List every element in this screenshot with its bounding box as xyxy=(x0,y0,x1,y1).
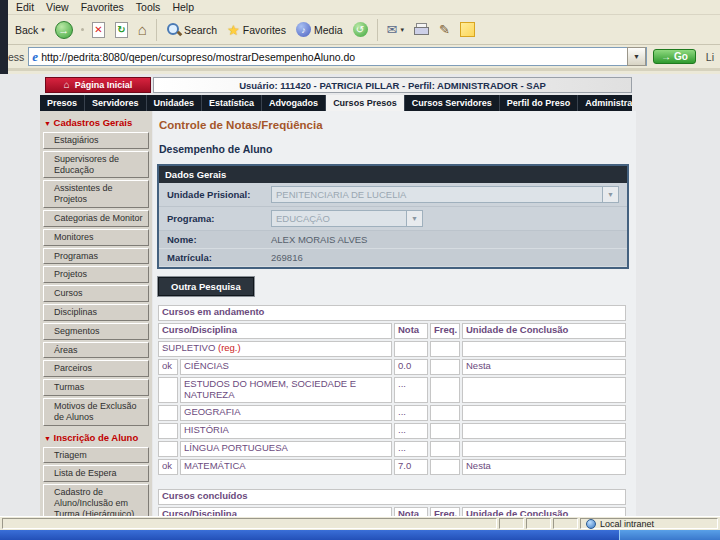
tab-cursos-presos[interactable]: Cursos Presos xyxy=(326,95,405,111)
sidebar-item-estagiarios[interactable]: Estagiários xyxy=(43,132,149,149)
col-header-nota: Nota xyxy=(394,323,428,339)
history-icon: ↺ xyxy=(353,22,368,37)
sidebar-section-title: Cadastros Gerais xyxy=(54,117,133,128)
ok-link xyxy=(158,377,178,403)
sidebar-item-programas[interactable]: Programas xyxy=(43,248,149,265)
media-button[interactable]: ♪ Media xyxy=(291,20,348,39)
unidade-value xyxy=(462,377,626,403)
cursos-concluidos-table: Cursos concluídosCurso/DisciplinaNotaFre… xyxy=(156,487,628,516)
col-header-unidade: Unidade de Conclusão xyxy=(462,507,626,516)
status-pane xyxy=(499,518,524,529)
freq-value xyxy=(430,359,460,375)
sidebar-item-areas[interactable]: Áreas xyxy=(43,342,149,359)
sidebar-section-cadastros-gerais[interactable]: ▼ Cadastros Gerais xyxy=(40,113,152,130)
sidebar-item-lista-de-espera[interactable]: Lista de Espera xyxy=(43,465,149,482)
tab-estatistica[interactable]: Estatística xyxy=(202,95,262,111)
freq-value xyxy=(430,441,460,457)
ok-link xyxy=(158,441,178,457)
sidebar-item-projetos[interactable]: Projetos xyxy=(43,266,149,283)
unidade-value xyxy=(462,405,626,421)
links-label: Li xyxy=(706,51,714,63)
col-header-nota: Nota xyxy=(394,507,428,516)
nota-value: 7.0 xyxy=(394,459,428,475)
menu-favorites[interactable]: Favorites xyxy=(77,1,132,13)
tab-presos[interactable]: Presos xyxy=(40,95,85,111)
sidebar-item-cursos[interactable]: Cursos xyxy=(43,285,149,302)
sidebar-section-title: Inscrição de Aluno xyxy=(54,432,139,443)
course-name-text: SUPLETIVO xyxy=(162,342,218,353)
table-section-title: Cursos concluídos xyxy=(158,489,626,505)
home-button[interactable]: ⌂ xyxy=(133,20,152,39)
refresh-button[interactable]: ↻ xyxy=(110,20,133,40)
sidebar-item-assistentes-de-projetos[interactable]: Assistentes de Projetos xyxy=(43,180,149,208)
sidebar-item-categorias-de-monitor[interactable]: Categorias de Monitor xyxy=(43,210,149,227)
sidebar-item-monitores[interactable]: Monitores xyxy=(43,229,149,246)
menu-view[interactable]: View xyxy=(42,1,77,13)
sidebar-item-supervisores-de-educacao[interactable]: Supervisores de Educação xyxy=(43,151,149,179)
table-row: Curso/DisciplinaNotaFreq.Unidade de Conc… xyxy=(158,507,626,516)
edit-button[interactable]: ✎ xyxy=(434,21,455,38)
tab-administracao-do-sistema[interactable]: Administração do Sistema xyxy=(578,95,632,111)
subject-name: LÍNGUA PORTUGUESA xyxy=(180,441,392,457)
freq-value xyxy=(430,405,460,421)
forward-button[interactable]: → xyxy=(50,19,78,41)
tab-cursos-servidores[interactable]: Cursos Servidores xyxy=(405,95,500,111)
table-row: Curso/DisciplinaNotaFreq.Unidade de Conc… xyxy=(158,323,626,339)
table-row: SUPLETIVO (reg.) xyxy=(158,341,626,357)
stop-button[interactable]: ✕ xyxy=(87,20,110,40)
pagina-inicial-button[interactable]: ⌂ Página Inicial xyxy=(45,77,151,93)
select-value: PENITENCIARIA DE LUCELIA xyxy=(276,189,406,200)
col-header-freq: Freq. xyxy=(430,507,460,516)
ok-link[interactable]: ok xyxy=(158,459,178,475)
search-button[interactable]: Search xyxy=(161,20,222,39)
menu-tools[interactable]: Tools xyxy=(132,1,169,13)
go-button[interactable]: → Go xyxy=(653,49,696,64)
print-button[interactable] xyxy=(409,21,434,38)
col-header-freq: Freq. xyxy=(430,323,460,339)
tab-perfil-do-preso[interactable]: Perfil do Preso xyxy=(500,95,579,111)
tab-advogados[interactable]: Advogados xyxy=(262,95,326,111)
address-dropdown-button[interactable]: ▼ xyxy=(627,47,646,66)
status-bar: Local intranet xyxy=(0,516,720,530)
outra-pesquisa-button[interactable]: Outra Pesquisa xyxy=(158,277,254,296)
sidebar-item-triagem[interactable]: Triagem xyxy=(43,447,149,464)
toolbar-separator xyxy=(156,19,157,41)
mail-button[interactable]: ✉ ▾ xyxy=(382,21,409,38)
ok-link xyxy=(158,405,178,421)
sidebar-item-parceiros[interactable]: Parceiros xyxy=(43,360,149,377)
field-label: Programa: xyxy=(167,213,271,224)
discuss-button[interactable] xyxy=(455,20,480,39)
chevron-down-icon: ▾ xyxy=(400,26,404,34)
status-pane xyxy=(526,518,551,529)
sidebar-item-cadastro-de-aluno-inclusao-em-turma-hierarquico[interactable]: Cadastro de Aluno/Inclusão em Turma (Hie… xyxy=(43,484,149,516)
address-label: ess xyxy=(8,51,28,63)
sidebar-item-motivos-de-exclusao-de-alunos[interactable]: Motivos de Exclusão de Alunos xyxy=(43,398,149,426)
tab-servidores[interactable]: Servidores xyxy=(85,95,147,111)
go-arrow-icon: → xyxy=(661,51,671,62)
page-viewport: ⌂ Página Inicial Usuário: 111420 - PATRI… xyxy=(0,74,720,516)
tab-unidades[interactable]: Unidades xyxy=(147,95,203,111)
nota-value: ... xyxy=(394,423,428,439)
star-icon: ★ xyxy=(227,23,240,37)
field-select-unidade-prisional[interactable]: PENITENCIARIA DE LUCELIA▼ xyxy=(271,186,619,203)
history-button[interactable]: ↺ xyxy=(348,20,373,39)
subject-name: MATEMÁTICA xyxy=(180,459,392,475)
sidebar-section-inscricao-de-aluno[interactable]: ▼ Inscrição de Aluno xyxy=(40,428,152,445)
menu-bar: EditViewFavoritesToolsHelp xyxy=(8,0,720,15)
sidebar-item-segmentos[interactable]: Segmentos xyxy=(43,323,149,340)
security-zone-pane: Local intranet xyxy=(580,518,718,529)
sidebar-item-turmas[interactable]: Turmas xyxy=(43,379,149,396)
sidebar-item-disciplinas[interactable]: Disciplinas xyxy=(43,304,149,321)
menu-edit[interactable]: Edit xyxy=(12,1,42,13)
ok-link[interactable]: ok xyxy=(158,359,178,375)
col-header-curso-disciplina: Curso/Disciplina xyxy=(158,507,392,516)
field-select-programa[interactable]: EDUCAÇÃO▼ xyxy=(271,210,423,227)
address-input[interactable] xyxy=(41,51,627,63)
subject-name: HISTÓRIA xyxy=(180,423,392,439)
back-button[interactable]: Back ▾ xyxy=(10,22,50,38)
menu-help[interactable]: Help xyxy=(168,1,202,13)
table-row: Cursos em andamento xyxy=(158,305,626,321)
taskbar[interactable] xyxy=(0,530,720,540)
nota-value: ... xyxy=(394,405,428,421)
favorites-button[interactable]: ★ Favorites xyxy=(222,21,291,39)
